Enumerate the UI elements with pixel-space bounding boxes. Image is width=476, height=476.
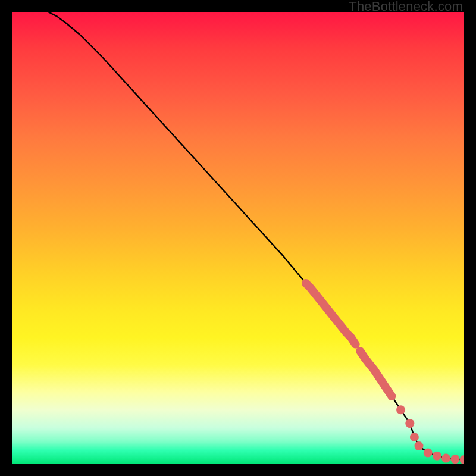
scatter-point xyxy=(410,433,419,441)
scatter-point xyxy=(433,452,441,461)
chart-overlay xyxy=(12,12,464,464)
highlight-segment xyxy=(360,351,392,396)
scatter-point xyxy=(424,449,433,458)
scatter-point xyxy=(415,441,424,450)
scatter-point xyxy=(405,419,414,428)
attribution-label: TheBottleneck.com xyxy=(349,0,463,14)
scatter-point xyxy=(441,454,450,463)
chart-curve-line xyxy=(48,12,464,459)
scatter-point xyxy=(396,405,405,414)
scatter-point xyxy=(450,455,459,464)
chart-frame xyxy=(12,12,464,464)
highlight-segment xyxy=(306,283,356,345)
chart-highlight-segments xyxy=(306,283,392,396)
scatter-point xyxy=(460,455,465,464)
chart-scatter-points xyxy=(396,405,464,464)
